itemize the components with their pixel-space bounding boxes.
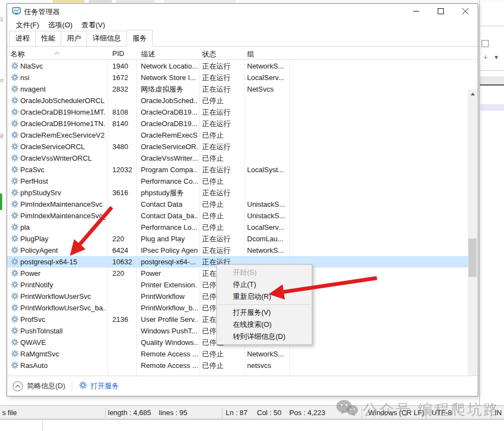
service-gear-icon <box>11 73 19 81</box>
service-group: NetworkS... <box>247 60 288 72</box>
service-row[interactable]: RaMgmtSvcRemote Access ...已停止NetworkS... <box>7 348 468 360</box>
status-segment: Windows (CR LF) <box>368 409 425 417</box>
column-header-name[interactable]: 名称 <box>10 49 25 59</box>
background-divider <box>479 0 480 406</box>
service-row[interactable]: nsi1672Network Store I...正在运行LocalServ..… <box>7 72 468 83</box>
service-desc: Network Store I... <box>141 72 198 83</box>
service-pid: 8140 <box>112 118 135 129</box>
statusbar-divider <box>426 407 427 418</box>
service-row[interactable]: OracleVssWriterORCLOracleVssWriter...已停止 <box>7 152 468 164</box>
service-pid: 1672 <box>112 72 135 83</box>
scrollbar-thumb[interactable] <box>468 239 477 277</box>
service-gear-icon <box>11 350 19 358</box>
service-row[interactable]: PolicyAgent6424IPsec Policy Agent正在运行Net… <box>7 245 468 256</box>
background-fragment <box>116 0 154 3</box>
service-pid: 1940 <box>112 60 135 72</box>
service-row[interactable]: PerfHostPerformance Co...已停止 <box>7 175 468 187</box>
tab-性能[interactable]: 性能 <box>35 31 61 47</box>
collapse-details-button[interactable] <box>13 381 23 392</box>
open-services-link[interactable]: 打开服务 <box>79 381 119 392</box>
service-desc: Remote Access ... <box>141 360 198 371</box>
service-row[interactable]: RasAutoRemote Access ...已停止netsvcs <box>7 360 468 371</box>
service-row[interactable]: OracleRemExecServiceV2OracleRemExecS...已… <box>7 129 468 141</box>
table-header: 名称 PID 描述 状态 组 <box>7 47 478 60</box>
service-row[interactable]: OracleOraDB19Home1TN...8140OracleOraDB19… <box>7 118 468 129</box>
status-segment: length : 4,685 <box>108 409 151 417</box>
service-group: LocalServ... <box>247 222 288 233</box>
background-text-fragment: o: <box>0 77 7 83</box>
service-desc: Contact Data_ba... <box>141 210 198 222</box>
service-name: PimIndexMaintenanceSvc <box>20 199 106 210</box>
tab-用户[interactable]: 用户 <box>61 31 87 47</box>
service-gear-icon <box>11 269 19 277</box>
service-desc: Power <box>141 268 198 279</box>
scroll-up-icon[interactable] <box>468 89 477 99</box>
service-gear-icon <box>11 327 19 334</box>
service-pid: 10632 <box>112 256 135 268</box>
service-name: PimIndexMaintenanceSvc_... <box>20 210 106 222</box>
tab-详细信息[interactable]: 详细信息 <box>87 31 127 47</box>
service-row[interactable]: PimIndexMaintenanceSvc_...Contact Data_b… <box>7 210 468 222</box>
service-status: 正在运行 <box>202 141 243 152</box>
service-desc: OracleOraDB19... <box>141 106 198 118</box>
column-header-group[interactable]: 组 <box>247 49 254 59</box>
service-name: PrintWorkflowUserSvc_ba... <box>20 302 106 314</box>
context-menu-item[interactable]: 转到详细信息(D) <box>217 331 312 343</box>
service-group: netsvcs <box>247 360 288 371</box>
maximize-button[interactable] <box>428 4 453 18</box>
close-button[interactable] <box>453 4 478 18</box>
context-menu-item[interactable]: 停止(T) <box>217 279 312 291</box>
task-manager-icon <box>12 7 21 18</box>
context-menu-item[interactable]: 在线搜索(O) <box>217 319 312 331</box>
column-header-status[interactable]: 状态 <box>202 49 216 59</box>
service-row[interactable]: phpStudySrv3616phpstudy服务正在运行 <box>7 187 468 199</box>
status-segment: UTF-8 <box>432 409 452 417</box>
service-row[interactable]: OracleJobSchedulerORCLOracleJobSched...已… <box>7 95 468 106</box>
service-name: OracleOraDB19Home1MT... <box>20 106 106 118</box>
service-name: PrintWorkflowUserSvc <box>20 291 106 302</box>
service-status: 正在运行 <box>202 233 243 245</box>
service-name: phpStudySrv <box>20 187 106 199</box>
service-row[interactable]: nvagent2832网络虚拟服务正在运行NetSvcs <box>7 83 468 95</box>
service-row[interactable]: PcaSvc12032Program Compa...正在运行LocalSyst… <box>7 164 468 175</box>
service-name: OracleVssWriterORCL <box>20 152 106 164</box>
background-text-fragment: 问 <box>0 15 6 24</box>
open-services-label: 打开服务 <box>90 381 119 391</box>
service-row[interactable]: PimIndexMaintenanceSvcContact Data已停止Uni… <box>7 199 468 210</box>
service-row[interactable]: OracleOraDB19Home1MT...8108OracleOraDB19… <box>7 106 468 118</box>
tab-进程[interactable]: 进程 <box>9 31 36 47</box>
context-menu-item[interactable]: 重新启动(R) <box>217 291 312 303</box>
service-pid: 6424 <box>112 245 135 256</box>
title-bar[interactable]: 任务管理器 <box>7 4 478 18</box>
service-status: 已停止 <box>202 222 243 233</box>
collapse-details-label[interactable]: 简略信息(D) <box>27 381 65 391</box>
service-row[interactable]: plaPerformance Lo...已停止LocalServ... <box>7 222 468 233</box>
service-name: PolicyAgent <box>20 245 106 256</box>
service-desc: OracleJobSched... <box>141 95 198 106</box>
context-menu-item[interactable]: 打开服务(V) <box>217 307 312 319</box>
service-gear-icon <box>11 212 19 219</box>
service-row[interactable]: OracleServiceORCL3480OracleServiceOR...正… <box>7 141 468 152</box>
service-gear-icon <box>11 166 19 173</box>
service-name: PerfHost <box>20 175 106 187</box>
service-status: 已停止 <box>202 152 243 164</box>
background-divider <box>42 420 43 431</box>
status-segment: Col : 50 <box>257 409 282 417</box>
service-desc: Quality Windows... <box>141 337 198 348</box>
vertical-scrollbar[interactable] <box>468 89 477 376</box>
service-row[interactable]: NlaSvc1940Network Locatio...正在运行NetworkS… <box>7 60 468 72</box>
tab-strip: 进程性能用户详细信息服务 <box>7 31 478 47</box>
column-header-pid[interactable]: PID <box>112 49 124 58</box>
service-gear-icon <box>11 189 19 196</box>
service-row[interactable]: PlugPlay220Plug and Play正在运行DcomLau... <box>7 233 468 245</box>
minimize-button[interactable] <box>404 4 428 18</box>
service-name: pla <box>20 222 106 233</box>
column-header-desc[interactable]: 描述 <box>141 49 155 59</box>
service-status: 已停止 <box>202 129 243 141</box>
services-gear-icon <box>79 381 87 392</box>
service-group: UnistackS... <box>247 210 288 222</box>
service-desc: postgresql-x64-... <box>141 256 198 268</box>
tab-服务[interactable]: 服务 <box>127 30 153 47</box>
service-pid: 220 <box>112 268 135 279</box>
background-checkbox <box>482 40 489 47</box>
